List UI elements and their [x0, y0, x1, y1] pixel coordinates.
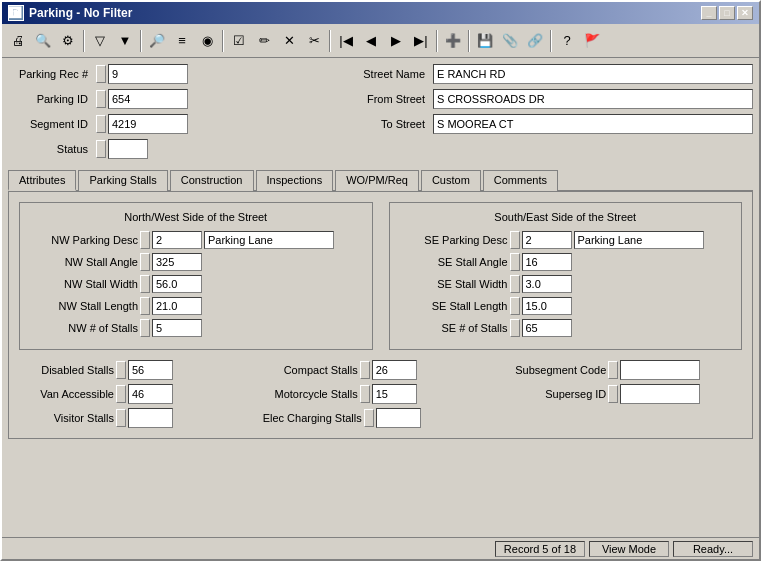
tools-button[interactable]: ⚙: [56, 29, 80, 53]
empty-cell: [506, 408, 742, 428]
nw-width-indicator: [140, 275, 150, 293]
status-indicator: [96, 140, 106, 158]
to-street-input[interactable]: [433, 114, 753, 134]
segment-id-group: [96, 114, 188, 134]
se-width-input[interactable]: [522, 275, 572, 293]
street-name-row: Street Name: [345, 64, 753, 84]
minimize-button[interactable]: _: [701, 6, 717, 20]
se-angle-input[interactable]: [522, 253, 572, 271]
tab-attributes[interactable]: Attributes: [8, 170, 76, 191]
sep4: [329, 30, 331, 52]
tab-custom[interactable]: Custom: [421, 170, 481, 191]
tab-parking-stalls[interactable]: Parking Stalls: [78, 170, 167, 191]
compact-stalls-input[interactable]: [372, 360, 417, 380]
save-button[interactable]: 💾: [473, 29, 497, 53]
disabled-stalls-input[interactable]: [128, 360, 173, 380]
parking-rec-indicator: [96, 65, 106, 83]
nw-desc-field: NW Parking Desc: [28, 231, 364, 249]
visitor-stalls-input[interactable]: [128, 408, 173, 428]
next-button[interactable]: ▶: [384, 29, 408, 53]
zoom-button[interactable]: 🔎: [145, 29, 169, 53]
extra-button[interactable]: 🚩: [580, 29, 604, 53]
map-button[interactable]: ◉: [195, 29, 219, 53]
segment-id-indicator: [96, 115, 106, 133]
prev-button[interactable]: ◀: [359, 29, 383, 53]
first-button[interactable]: |◀: [334, 29, 358, 53]
segment-id-input[interactable]: [108, 114, 188, 134]
se-length-input[interactable]: [522, 297, 572, 315]
se-desc-code-input[interactable]: [522, 231, 572, 249]
nw-width-input[interactable]: [152, 275, 202, 293]
compact-stalls-field: Compact Stalls: [263, 360, 499, 380]
filter-button[interactable]: ▽: [88, 29, 112, 53]
compact-indicator: [360, 361, 370, 379]
print-button[interactable]: 🖨: [6, 29, 30, 53]
nw-desc-code-input[interactable]: [152, 231, 202, 249]
street-name-input[interactable]: [433, 64, 753, 84]
sep7: [550, 30, 552, 52]
visitor-stalls-label: Visitor Stalls: [19, 412, 114, 424]
van-accessible-field: Van Accessible: [19, 384, 255, 404]
parking-id-indicator: [96, 90, 106, 108]
se-width-label: SE Stall Width: [398, 278, 508, 290]
se-length-indicator: [510, 297, 520, 315]
edit-button[interactable]: ✏: [252, 29, 276, 53]
status-input[interactable]: [108, 139, 148, 159]
superseg-input[interactable]: [620, 384, 700, 404]
se-desc-input[interactable]: [574, 231, 704, 249]
tab-inspections[interactable]: Inspections: [256, 170, 334, 191]
filter-down-button[interactable]: ▼: [113, 29, 137, 53]
from-street-input[interactable]: [433, 89, 753, 109]
tab-construction[interactable]: Construction: [170, 170, 254, 191]
tab-content: North/West Side of the Street NW Parking…: [8, 192, 753, 439]
van-accessible-input[interactable]: [128, 384, 173, 404]
preview-button[interactable]: 🔍: [31, 29, 55, 53]
van-indicator: [116, 385, 126, 403]
close-button[interactable]: ✕: [737, 6, 753, 20]
elec-charging-label: Elec Charging Stalls: [263, 412, 362, 424]
nw-angle-label: NW Stall Angle: [28, 256, 138, 268]
subsegment-label: Subsegment Code: [506, 364, 606, 376]
cut-button[interactable]: ✂: [302, 29, 326, 53]
parking-id-input[interactable]: [108, 89, 188, 109]
nw-count-input[interactable]: [152, 319, 202, 337]
nw-length-input[interactable]: [152, 297, 202, 315]
subsegment-input[interactable]: [620, 360, 700, 380]
se-width-field: SE Stall Width: [398, 275, 734, 293]
tab-comments[interactable]: Comments: [483, 170, 558, 191]
elec-charging-field: Elec Charging Stalls: [263, 408, 499, 428]
sep1: [83, 30, 85, 52]
last-button[interactable]: ▶|: [409, 29, 433, 53]
to-street-row: To Street: [345, 114, 753, 134]
title-bar: 🅿 Parking - No Filter _ □ ✕: [2, 2, 759, 24]
nw-length-indicator: [140, 297, 150, 315]
attach-button[interactable]: 📎: [498, 29, 522, 53]
add-button[interactable]: ➕: [441, 29, 465, 53]
select-button[interactable]: ☑: [227, 29, 251, 53]
nw-desc-label: NW Parking Desc: [28, 234, 138, 246]
parking-rec-label: Parking Rec #: [8, 68, 88, 80]
window-title: Parking - No Filter: [29, 6, 132, 20]
app-icon: 🅿: [8, 5, 24, 21]
maximize-button[interactable]: □: [719, 6, 735, 20]
disabled-stalls-label: Disabled Stalls: [19, 364, 114, 376]
nw-angle-field: NW Stall Angle: [28, 253, 364, 271]
se-count-input[interactable]: [522, 319, 572, 337]
help-button[interactable]: ?: [555, 29, 579, 53]
list-button[interactable]: ≡: [170, 29, 194, 53]
parking-rec-input[interactable]: [108, 64, 188, 84]
sep2: [140, 30, 142, 52]
nw-angle-input[interactable]: [152, 253, 202, 271]
delete-button[interactable]: ✕: [277, 29, 301, 53]
elec-charging-input[interactable]: [376, 408, 421, 428]
motorcycle-stalls-input[interactable]: [372, 384, 417, 404]
se-length-field: SE Stall Length: [398, 297, 734, 315]
street-name-label: Street Name: [345, 68, 425, 80]
nw-desc-input[interactable]: [204, 231, 334, 249]
from-street-label: From Street: [345, 93, 425, 105]
nw-panel: North/West Side of the Street NW Parking…: [19, 202, 373, 350]
subsegment-field: Subsegment Code: [506, 360, 742, 380]
sep6: [468, 30, 470, 52]
link-button[interactable]: 🔗: [523, 29, 547, 53]
tab-wo-pm-req[interactable]: WO/PM/Req: [335, 170, 419, 191]
